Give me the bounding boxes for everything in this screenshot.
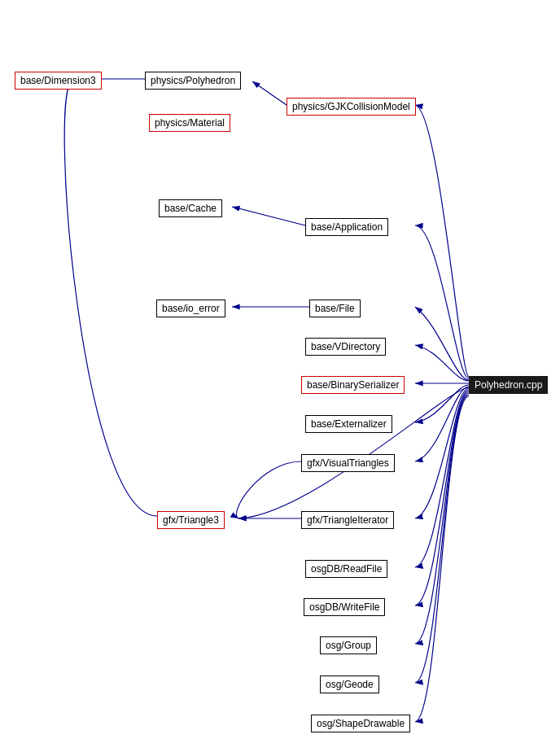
node-base_app: base/Application — [305, 218, 388, 236]
node-osgdb_read: osgDB/ReadFile — [305, 560, 387, 578]
node-base_io: base/io_error — [156, 299, 225, 317]
node-base_cache: base/Cache — [159, 199, 222, 217]
node-base_ext: base/Externalizer — [305, 415, 392, 433]
node-base_vdir: base/VDirectory — [305, 338, 386, 356]
node-gfx_tri3: gfx/Triangle3 — [157, 511, 225, 529]
node-base_file: base/File — [309, 299, 361, 317]
node-physics_poly: physics/Polyhedron — [145, 72, 241, 90]
node-osg_geode: osg/Geode — [320, 675, 379, 693]
diagram-container: base/Dimension3physics/Polyhedronphysics… — [0, 0, 560, 752]
node-base_bin: base/BinarySerializer — [301, 376, 405, 394]
node-gfx_triiter: gfx/TriangleIterator — [301, 511, 394, 529]
node-osg_group: osg/Group — [320, 636, 377, 654]
node-base_dim3: base/Dimension3 — [15, 72, 102, 90]
node-osgdb_write: osgDB/WriteFile — [304, 598, 385, 616]
node-osg_shape: osg/ShapeDrawable — [311, 715, 410, 732]
node-polyhedron_cpp: Polyhedron.cpp — [469, 376, 548, 394]
node-gfx_vt: gfx/VisualTriangles — [301, 454, 395, 472]
node-physics_gjk: physics/GJKCollisionModel — [287, 98, 416, 116]
node-physics_mat: physics/Material — [149, 114, 230, 132]
